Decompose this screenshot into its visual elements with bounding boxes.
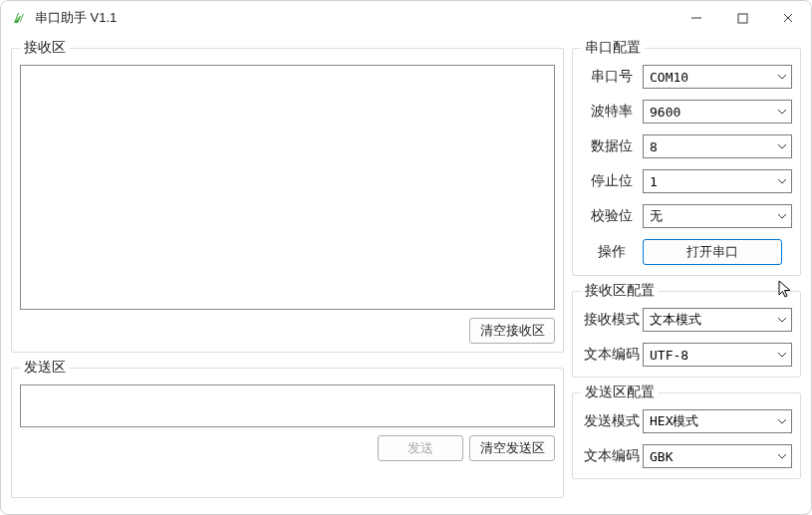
receive-textarea[interactable] [21,66,554,309]
databits-value: 8 [650,139,658,154]
send-mode-value: HEX模式 [650,412,698,430]
databits-select[interactable]: 8 [643,134,792,158]
receive-legend: 接收区 [20,39,70,57]
send-textarea[interactable] [21,386,554,423]
chevron-down-icon [777,109,787,115]
send-encoding-label: 文本编码 [581,447,643,465]
close-button[interactable] [765,1,811,35]
send-config-group: 发送区配置 发送模式 HEX模式 文本编码 GBK [572,384,801,479]
recv-mode-value: 文本模式 [650,311,701,329]
send-mode-label: 发送模式 [581,412,643,430]
send-button[interactable]: 发送 [378,435,463,461]
chevron-down-icon [777,74,787,80]
recv-config-group: 接收区配置 接收模式 文本模式 文本编码 UTF-8 [572,282,801,378]
baud-label: 波特率 [581,103,643,121]
port-value: COM10 [650,70,688,85]
parity-select[interactable]: 无 [643,204,792,228]
baud-select[interactable]: 9600 [643,100,792,124]
clear-send-button[interactable]: 清空发送区 [469,435,555,461]
chevron-down-icon [777,418,787,424]
parity-label: 校验位 [581,207,643,225]
recv-mode-label: 接收模式 [581,311,643,329]
databits-label: 数据位 [581,137,643,155]
titlebar: 串口助手 V1.1 [1,1,811,35]
recv-config-legend: 接收区配置 [581,282,659,300]
stopbits-select[interactable]: 1 [643,169,792,193]
app-icon [11,10,27,26]
send-mode-select[interactable]: HEX模式 [643,409,792,433]
serial-config-legend: 串口配置 [581,39,645,57]
recv-encoding-value: UTF-8 [650,348,688,363]
chevron-down-icon [777,178,787,184]
send-textarea-wrap [20,385,555,427]
chevron-down-icon [777,317,787,323]
window-title: 串口助手 V1.1 [35,9,117,27]
stopbits-value: 1 [650,174,658,189]
send-group: 发送区 发送 清空发送区 [11,359,564,498]
port-label: 串口号 [581,68,643,86]
open-port-button[interactable]: 打开串口 [643,239,782,265]
chevron-down-icon [777,143,787,149]
send-encoding-select[interactable]: GBK [643,444,792,468]
send-legend: 发送区 [20,359,70,377]
clear-receive-button[interactable]: 清空接收区 [469,318,555,344]
receive-group: 接收区 清空接收区 [11,39,564,353]
receive-textarea-wrap [20,65,555,310]
window-controls [674,1,811,35]
stopbits-label: 停止位 [581,172,643,190]
recv-encoding-label: 文本编码 [581,346,643,364]
send-config-legend: 发送区配置 [581,384,659,401]
serial-config-group: 串口配置 串口号 COM10 波特率 9600 数据位 8 [572,39,801,276]
chevron-down-icon [777,453,787,459]
port-select[interactable]: COM10 [643,65,792,89]
maximize-button[interactable] [719,1,765,35]
parity-value: 无 [650,207,663,225]
chevron-down-icon [777,213,787,219]
baud-value: 9600 [650,105,680,120]
action-label: 操作 [581,243,643,261]
recv-mode-select[interactable]: 文本模式 [643,308,792,332]
recv-encoding-select[interactable]: UTF-8 [643,343,792,367]
minimize-button[interactable] [674,1,719,35]
send-encoding-value: GBK [650,449,673,464]
svg-rect-1 [738,14,747,23]
chevron-down-icon [777,352,787,358]
